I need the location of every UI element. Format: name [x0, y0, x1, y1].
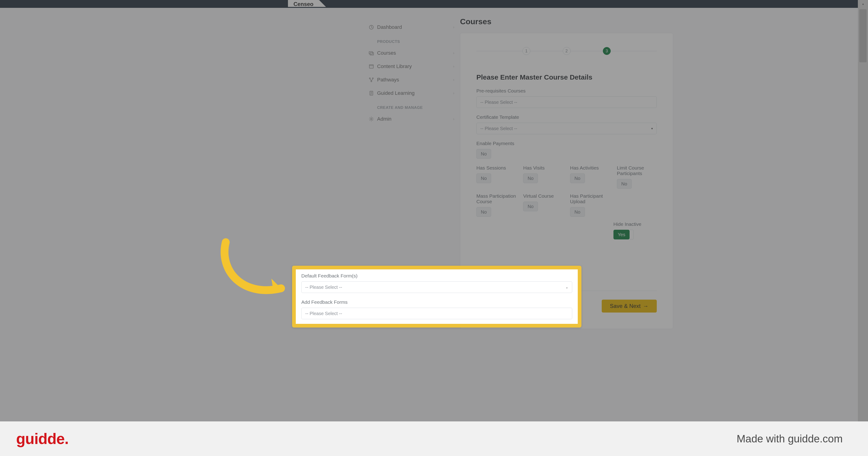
section-title: Please Enter Master Course Details: [476, 73, 657, 81]
label-virtual-course: Virtual Course: [523, 193, 563, 199]
highlight-callout: Default Feedback Form(s) -- Please Selec…: [292, 266, 582, 327]
field-default-feedback: Default Feedback Form(s) -- Please Selec…: [301, 273, 572, 293]
courses-icon: [366, 50, 377, 56]
field-mass-participation: Mass Participation Course No: [476, 193, 516, 217]
field-add-feedback: Add Feedback Forms -- Please Select --: [301, 300, 572, 319]
chevron-right-icon: ›: [453, 25, 460, 29]
svg-point-5: [369, 78, 370, 79]
content-wrap: Dashboard › PRODUCTS Courses › Content L…: [0, 8, 858, 456]
label-has-activities: Has Activities: [570, 165, 610, 171]
field-limit-participants: Limit Course Participants No: [617, 165, 657, 189]
field-hide-inactive: Hide Inactive Yes: [614, 222, 657, 272]
field-has-sessions: Has Sessions No: [476, 165, 516, 189]
label-certificate-template: Certificate Template: [476, 114, 657, 120]
label-has-sessions: Has Sessions: [476, 165, 516, 171]
chevron-right-icon: ›: [453, 78, 460, 82]
step-3[interactable]: 3: [603, 47, 611, 55]
label-has-visits: Has Visits: [523, 165, 563, 171]
chevron-right-icon: ›: [453, 51, 460, 55]
sidebar-item-label: Admin: [377, 116, 453, 122]
toggle-hide-inactive-yes[interactable]: Yes: [614, 230, 630, 239]
save-next-button[interactable]: Save & Next →: [602, 300, 657, 313]
vertical-scrollbar[interactable]: ▴: [858, 0, 868, 456]
svg-point-7: [371, 81, 372, 82]
step-1[interactable]: 1: [523, 47, 530, 55]
label-mass-participation: Mass Participation Course: [476, 193, 516, 204]
field-certificate-template: Certificate Template -- Please Select --…: [476, 114, 657, 134]
dashboard-icon: [366, 24, 377, 30]
label-prerequisites: Pre-requisites Courses: [476, 88, 657, 94]
sidebar-item-label: Pathways: [377, 77, 453, 83]
guidde-made-with: Made with guidde.com: [737, 432, 843, 445]
stepper: 1 2 3: [476, 47, 657, 55]
select-value: -- Please Select --: [480, 126, 517, 131]
toggle-participant-upload[interactable]: No: [570, 207, 585, 217]
sidebar-item-content-library[interactable]: Content Library ›: [366, 60, 460, 73]
svg-rect-3: [369, 64, 373, 68]
toggle-row-1: Has Sessions No Has Visits No Has Activi…: [476, 165, 657, 189]
select-add-feedback[interactable]: -- Please Select --: [301, 308, 572, 319]
pathways-icon: [366, 77, 377, 83]
brand-text: Censeo: [293, 1, 313, 7]
chevron-right-icon: ›: [453, 64, 460, 68]
feedback-group-placeholder: [476, 222, 607, 267]
select-value: -- Please Select --: [305, 311, 342, 316]
sidebar-item-label: Guided Learning: [377, 90, 453, 96]
chevron-down-icon: ⌄: [565, 285, 568, 289]
guidde-logo: guidde.: [16, 430, 69, 448]
svg-point-12: [371, 118, 372, 120]
sidebar-item-label: Courses: [377, 50, 453, 56]
feedback-hide-row: Hide Inactive Yes: [476, 222, 657, 272]
toggle-enable-payments[interactable]: No: [476, 149, 491, 159]
sidebar-item-label: Dashboard: [377, 24, 453, 30]
label-limit-participants: Limit Course Participants: [617, 165, 657, 176]
chevron-right-icon: ›: [453, 117, 460, 121]
content-library-icon: [366, 63, 377, 69]
sidebar-item-courses[interactable]: Courses ›: [366, 46, 460, 60]
sidebar-item-guided-learning[interactable]: Guided Learning ›: [366, 86, 460, 100]
label-default-feedback: Default Feedback Form(s): [301, 273, 572, 279]
toggle-limit-participants[interactable]: No: [617, 179, 632, 189]
toggle-mass-participation[interactable]: No: [476, 207, 491, 217]
select-value: -- Please Select --: [480, 99, 517, 105]
sidebar-item-admin[interactable]: Admin ›: [366, 112, 460, 126]
scrollbar-up-arrow-icon[interactable]: ▴: [858, 0, 868, 7]
guided-learning-icon: [366, 90, 377, 96]
label-enable-payments: Enable Payments: [476, 141, 657, 146]
field-has-visits: Has Visits No: [523, 165, 563, 189]
label-hide-inactive: Hide Inactive: [614, 222, 657, 227]
svg-point-6: [372, 78, 373, 79]
field-participant-upload: Has Participant Upload No: [570, 193, 610, 217]
save-next-button-label: Save & Next: [610, 303, 641, 309]
sidebar-heading-create-manage: CREATE AND MANAGE: [366, 100, 460, 112]
field-prerequisites: Pre-requisites Courses -- Please Select …: [476, 88, 657, 108]
label-participant-upload: Has Participant Upload: [570, 193, 610, 204]
select-certificate-template[interactable]: -- Please Select -- ▾: [476, 123, 657, 134]
select-prerequisites[interactable]: -- Please Select --: [476, 96, 657, 108]
page-title: Courses: [460, 17, 673, 26]
chevron-down-icon: ▾: [651, 126, 653, 130]
app-stage: Censeo ▴ Dashboard › PRODUCTS: [0, 0, 868, 456]
sidebar-item-pathways[interactable]: Pathways ›: [366, 73, 460, 86]
toggle-has-visits[interactable]: No: [523, 173, 538, 183]
field-enable-payments: Enable Payments No: [476, 141, 657, 159]
gear-icon: [366, 116, 377, 122]
field-virtual-course: Virtual Course No: [523, 193, 563, 217]
toggle-row-2: Mass Participation Course No Virtual Cou…: [476, 193, 657, 217]
guidde-footer: guidde. Made with guidde.com: [0, 421, 868, 456]
arrow-right-icon: →: [643, 303, 648, 309]
chevron-right-icon: ›: [453, 91, 460, 95]
select-default-feedback[interactable]: -- Please Select -- ⌄: [301, 281, 572, 293]
sidebar-item-dashboard[interactable]: Dashboard ›: [366, 21, 460, 34]
sidebar-heading-products: PRODUCTS: [366, 34, 460, 46]
step-2[interactable]: 2: [563, 47, 570, 55]
brand-tab: Censeo: [288, 0, 319, 7]
toggle-has-activities[interactable]: No: [570, 173, 585, 183]
toggle-hide-inactive-off-sliver[interactable]: [629, 230, 634, 239]
scrollbar-thumb[interactable]: [859, 9, 867, 62]
toggle-has-sessions[interactable]: No: [476, 173, 491, 183]
toggle-virtual-course[interactable]: No: [523, 202, 538, 211]
field-has-activities: Has Activities No: [570, 165, 610, 189]
select-value: -- Please Select --: [305, 285, 342, 290]
sidebar-item-label: Content Library: [377, 63, 453, 69]
